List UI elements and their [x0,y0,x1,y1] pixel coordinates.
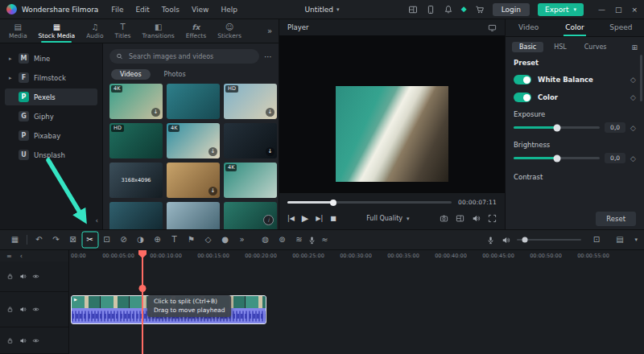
color-correction-icon[interactable]: ◑ [132,236,149,244]
timeline-zoom-thumb[interactable] [522,237,528,243]
display-settings-icon[interactable] [456,214,464,223]
sidebar-item-pixabay[interactable]: PPixabay [5,127,97,144]
more-panels-icon[interactable]: » [264,27,275,35]
scrollbar[interactable] [640,55,642,101]
chevron-down-icon[interactable]: ▾ [336,6,340,13]
speed-ramping-icon[interactable]: ⊘ [115,236,132,244]
lock-track-icon[interactable] [6,273,14,280]
brightness-slider-thumb[interactable] [553,154,560,162]
stop-button[interactable]: ■ [330,216,336,222]
sidebar-item-filmstock[interactable]: ▸FFilmstock [5,69,97,86]
track-lane[interactable] [69,261,644,293]
hide-track-icon[interactable] [32,337,39,344]
subtab-basic[interactable]: Basic [512,42,543,52]
video-thumbnail[interactable]: ↓ [167,163,220,198]
play-button[interactable]: ▶ [302,213,308,224]
tab-effects[interactable]: fxEffects [180,19,213,43]
notification-bell-icon[interactable] [444,5,453,14]
download-icon[interactable]: ↓ [266,108,275,117]
sidebar-item-unsplash[interactable]: UUnsplash [5,146,97,163]
exposure-value[interactable]: 0,0 [605,122,625,133]
download-icon[interactable]: ↓ [151,108,160,117]
previous-frame-button[interactable]: |◀ [287,216,295,222]
close-button[interactable]: × [631,6,638,14]
subtab-curves[interactable]: Curves [577,42,614,52]
download-icon[interactable]: ↓ [266,147,275,156]
green-screen-icon[interactable]: ⊕ [149,236,166,244]
video-thumbnail[interactable] [167,202,220,229]
video-thumbnail[interactable] [109,202,163,229]
search-input[interactable] [127,52,253,61]
menu-file[interactable]: File [111,6,123,14]
video-thumbnail[interactable]: 4K↓ [167,123,220,158]
download-icon[interactable]: ↓ [208,187,217,196]
keyframe-diamond-icon[interactable]: ◇ [630,76,636,84]
hide-track-icon[interactable] [32,273,39,280]
tab-videos[interactable]: Videos [111,69,151,80]
store-cart-icon[interactable] [475,5,485,14]
snapshot-camera-icon[interactable] [440,214,448,223]
upgrade-gem-icon[interactable]: ◆ [461,6,467,13]
brightness-slider[interactable] [514,157,600,159]
chevron-down-icon[interactable]: ▾ [634,237,638,243]
motion-tracking-icon[interactable]: ⊚ [274,236,291,244]
exposure-slider-thumb[interactable] [553,124,560,131]
split-icon[interactable]: ✂ [81,236,98,244]
video-thumbnail[interactable]: 4K [224,163,277,198]
timeline-zoom-slider[interactable] [517,239,581,241]
seek-handle[interactable] [330,200,336,206]
playhead-drag-dot[interactable] [139,285,147,292]
exposure-slider[interactable] [514,126,600,129]
video-thumbnail[interactable]: 4K↓ [109,84,163,119]
hide-track-icon[interactable] [32,306,39,313]
tab-media[interactable]: ▤Media [3,19,33,43]
minimize-button[interactable]: — [598,6,605,14]
fullscreen-icon[interactable] [488,214,497,223]
media-view-icon[interactable]: ▦ [6,236,23,244]
more-tools-icon[interactable]: » [233,236,250,244]
tab-color[interactable]: Color [551,19,597,36]
video-thumbnail[interactable] [167,84,220,119]
audio-stretch-icon[interactable]: ≈ [316,236,333,244]
delete-icon[interactable]: ⊠ [64,236,81,244]
audio-mixer-icon[interactable]: ≋ [291,236,308,244]
text-tool-icon[interactable]: T [166,236,183,244]
mask-icon[interactable]: ◍ [257,236,274,244]
tab-photos[interactable]: Photos [155,69,195,80]
more-options-icon[interactable]: ⋯ [264,52,272,61]
keyframe-icon[interactable]: ◇ [200,236,217,244]
timeline-ruler[interactable]: 00:0000:00:05:0000:00:10:0000:00:15:0000… [0,250,644,262]
subtab-hsl[interactable]: HSL [547,42,574,52]
lock-track-icon[interactable] [6,337,14,344]
tab-speed[interactable]: Speed [598,19,644,36]
mute-track-icon[interactable] [19,306,27,313]
keyframe-diamond-icon[interactable]: ◇ [630,124,636,132]
mute-track-icon[interactable] [19,273,27,280]
next-frame-button[interactable]: ▶| [316,216,323,222]
track-manager-icon[interactable]: ▤ [611,236,628,244]
color-toggle[interactable] [514,93,531,102]
keyframe-diamond-icon[interactable]: ◇ [630,154,636,163]
crop-icon[interactable]: ⊡ [98,236,115,244]
video-thumbnail[interactable]: HD↓ [224,84,277,119]
volume-icon[interactable] [472,214,481,223]
reset-button[interactable]: Reset [596,212,636,226]
sidebar-item-mine[interactable]: ▸MMine [5,50,97,67]
maximize-button[interactable]: □ [615,6,622,14]
menu-edit[interactable]: Edit [135,6,149,14]
tab-video[interactable]: Video [506,19,551,36]
info-icon[interactable]: i [263,215,274,225]
voiceover-icon[interactable] [308,236,316,245]
manage-tracks-icon[interactable]: ≡ [6,253,12,260]
track-lane[interactable] [69,327,644,354]
brightness-value[interactable]: 0,0 [605,153,625,163]
menu-view[interactable]: View [192,6,208,14]
record-icon[interactable]: ● [217,236,233,244]
mute-track-icon[interactable] [19,337,27,344]
seek-bar[interactable] [287,201,452,204]
export-to-device-icon[interactable] [426,5,436,14]
video-thumbnail[interactable]: ↓ [224,123,277,158]
undo-icon[interactable]: ↶ [31,236,47,244]
white-balance-toggle[interactable] [514,75,531,84]
collapse-sidebar-icon[interactable]: ‹ [95,216,98,224]
